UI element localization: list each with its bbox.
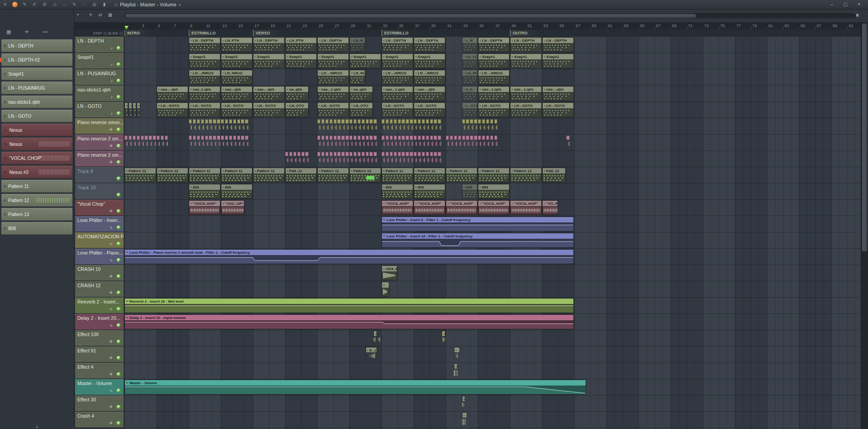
audio-mini-clip[interactable]: [382, 119, 385, 124]
audio-arrow-clip[interactable]: [213, 125, 216, 130]
audio-mini-clip[interactable]: [165, 135, 168, 140]
audio-arrow-clip[interactable]: [209, 125, 212, 130]
audio-mini-clip[interactable]: [189, 119, 192, 124]
track-lane[interactable]: ∿Love Philter - Insert 6 - Filter 1 - Cu…: [124, 216, 861, 232]
audio-arrow-clip[interactable]: [386, 125, 389, 130]
pattern-clip[interactable]: ≡Pattern 12: [189, 168, 220, 183]
audio-mini-clip[interactable]: [434, 119, 437, 124]
audio-mini-clip[interactable]: [161, 135, 164, 140]
audio-arrow-clip[interactable]: [450, 141, 453, 146]
automation-clip[interactable]: ∿Love Philter - Piano reverse 2 smooth b…: [124, 249, 574, 264]
pattern-clip[interactable]: ≡nas-..-qbh: [157, 86, 188, 101]
audio-mini-clip[interactable]: [148, 135, 152, 140]
audio-mini-clip[interactable]: [418, 152, 421, 156]
audio-mini-clip[interactable]: [474, 135, 477, 140]
audio-mini-clip[interactable]: [213, 135, 216, 140]
track-lane[interactable]: [124, 151, 861, 167]
audio-arrow-clip[interactable]: [237, 141, 240, 146]
audio-mini-clip[interactable]: [418, 119, 421, 124]
audio-mini-clip[interactable]: [366, 152, 369, 156]
audio-arrow-clip[interactable]: [418, 158, 421, 163]
pattern-clip[interactable]: ≡LN - GOTO: [510, 102, 542, 117]
audio-arrow-clip[interactable]: [217, 141, 220, 146]
audio-mini-clip[interactable]: [345, 119, 348, 124]
audio-mini-clip[interactable]: [321, 152, 324, 156]
pattern-clip[interactable]: ≡Snap#1: [414, 53, 445, 68]
audio-mini-clip[interactable]: [124, 135, 128, 140]
pattern-clip[interactable]: ≡LN - GOTO: [253, 102, 285, 117]
audio-arrow-clip[interactable]: [482, 141, 485, 146]
pattern-clip[interactable]: ≡LN - DEPTH: [317, 37, 349, 52]
pattern-clip[interactable]: ≡nas..1-qbh: [189, 86, 220, 101]
audio-mini-clip[interactable]: [321, 119, 324, 124]
audio-mini-clip[interactable]: [229, 135, 232, 140]
audio-arrow-clip[interactable]: [430, 141, 433, 146]
audio-arrow-clip[interactable]: [394, 158, 397, 163]
audio-arrow-clip[interactable]: [414, 141, 417, 146]
audio-arrow-clip[interactable]: [197, 125, 200, 130]
audio-mini-clip[interactable]: [301, 152, 305, 156]
slide-tool-icon[interactable]: ⇄: [98, 12, 102, 17]
audio-mini-clip[interactable]: [341, 119, 344, 124]
audio-mini-clip[interactable]: [394, 135, 397, 140]
audio-mini-clip[interactable]: [366, 135, 369, 140]
audio-arrow-clip[interactable]: [193, 125, 196, 130]
pattern-clip[interactable]: ≡Pattern 12: [124, 168, 156, 183]
pattern-clip[interactable]: ≡Patt..12: [542, 168, 566, 183]
mute-led[interactable]: [117, 209, 120, 213]
pattern-clip[interactable]: ≡: [124, 102, 128, 117]
audio-mini-clip[interactable]: [454, 135, 457, 140]
audio-arrow-clip[interactable]: [474, 141, 477, 146]
audio-arrow-clip[interactable]: [434, 158, 437, 163]
pattern-clip[interactable]: ≡LN - GOTO: [317, 102, 349, 117]
audio-mini-clip[interactable]: [233, 119, 236, 124]
audio-arrow-clip[interactable]: [370, 158, 373, 163]
mute-led[interactable]: [117, 193, 120, 197]
pattern-clip[interactable]: ≡na..qbh: [285, 86, 309, 101]
track-lane[interactable]: ∿Reeverb 2 - Insert 20 - Wet level: [124, 298, 861, 314]
audio-arrow-clip[interactable]: [133, 141, 136, 146]
timeline-marker[interactable]: OUTRO: [510, 30, 549, 36]
audio-mini-clip[interactable]: [325, 135, 329, 140]
mute-led[interactable]: [117, 258, 120, 262]
audio-mini-clip[interactable]: [486, 135, 489, 140]
audio-arrow-clip[interactable]: [329, 125, 333, 130]
audio-arrow-clip[interactable]: [366, 125, 369, 130]
track-lane[interactable]: ≡nas-..-qbh≡nas..1-qbh≡nas..-qbh≡nas-..-…: [124, 86, 861, 102]
mute-led[interactable]: [117, 307, 120, 311]
audio-mini-clip[interactable]: [334, 152, 337, 156]
audio-mini-clip[interactable]: [369, 152, 372, 156]
audio-mini-clip[interactable]: [430, 152, 433, 156]
track-lane[interactable]: ∿Delay 2 - Insert 20 - Input volume: [124, 314, 861, 330]
horizontal-scrollbar[interactable]: [124, 14, 856, 18]
mute-led[interactable]: [117, 46, 120, 50]
track-header[interactable]: Master - Volume...∿: [75, 379, 124, 395]
track-header[interactable]: nas-sticks1-qbh...♪: [75, 86, 124, 101]
track-header[interactable]: Snap#1...♪: [75, 53, 124, 69]
track-header[interactable]: Track 9...: [75, 167, 124, 183]
pattern-clip[interactable]: ≡nas-..-qbh: [542, 86, 574, 101]
mute-led[interactable]: [117, 372, 120, 376]
audio-mini-clip[interactable]: [337, 119, 340, 124]
audio-mini-clip[interactable]: [470, 119, 473, 124]
pattern-clip[interactable]: ≡L..OTO: [462, 102, 478, 117]
track-header[interactable]: Effect 30...✛: [75, 395, 124, 411]
automation-clip[interactable]: ∿Reeverb 2 - Insert 20 - Wet level: [124, 298, 574, 313]
audio-mini-clip[interactable]: [237, 135, 240, 140]
track-lane[interactable]: [124, 118, 861, 135]
pattern-list-item[interactable]: ≡Pattern 11: [1, 180, 72, 193]
audio-arrow-clip[interactable]: [490, 141, 493, 146]
pattern-clip[interactable]: ≡LN -..INRUG: [414, 70, 445, 85]
audio-arrow-clip[interactable]: [438, 158, 441, 163]
audio-mini-clip[interactable]: [369, 135, 372, 140]
audio-arrow-clip[interactable]: [237, 125, 240, 130]
track-mode-move-icon[interactable]: ✛: [109, 127, 113, 132]
audio-arrow-clip[interactable]: [470, 141, 473, 146]
pattern-clip[interactable]: ≡Snap#1: [189, 53, 220, 68]
pattern-clip[interactable]: ≡nas-..-qbh: [253, 86, 285, 101]
audio-mini-clip[interactable]: [225, 135, 228, 140]
track-header[interactable]: Reeverb 2 - Insert......∿: [75, 298, 124, 313]
audio-mini-clip[interactable]: [398, 152, 401, 156]
pattern-clip[interactable]: ≡LN - DEPTH: [189, 37, 220, 52]
audio-arrow-clip[interactable]: [434, 125, 437, 130]
